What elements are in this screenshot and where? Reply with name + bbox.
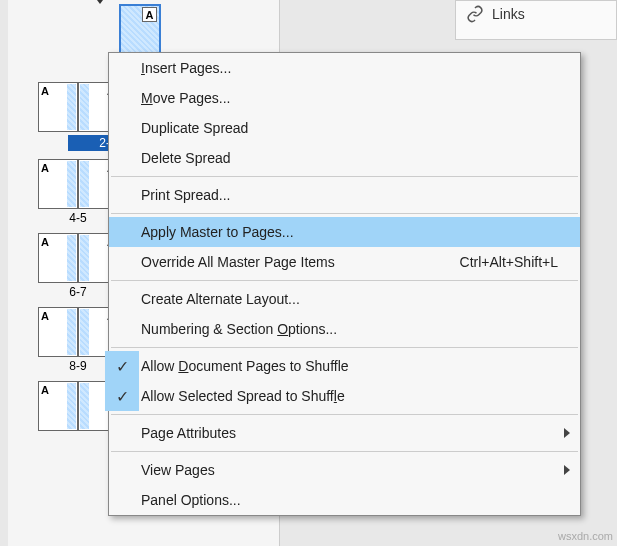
menu-separator [111,347,578,348]
master-badge: A [142,7,157,22]
menu-separator [111,451,578,452]
menu-separator [111,280,578,281]
menu-view-pages[interactable]: View Pages [109,455,580,485]
context-menu: Insert Pages... Move Pages... Duplicate … [108,52,581,516]
menu-apply-master[interactable]: Apply Master to Pages... [109,217,580,247]
menu-move-pages[interactable]: Move Pages... [109,83,580,113]
check-icon: ✓ [105,351,139,381]
spread-1[interactable]: A [78,4,160,56]
menu-allow-doc-shuffle[interactable]: ✓Allow Document Pages to Shuffle [109,351,580,381]
menu-override-master[interactable]: Override All Master Page ItemsCtrl+Alt+S… [109,247,580,277]
page-label-4-5: 4-5 [38,211,118,225]
watermark: wsxdn.com [558,530,613,542]
menu-separator [111,213,578,214]
submenu-arrow-icon [564,465,570,475]
menu-insert-pages[interactable]: Insert Pages... [109,53,580,83]
check-icon: ✓ [105,381,139,411]
menu-separator [111,176,578,177]
menu-create-alternate[interactable]: Create Alternate Layout... [109,284,580,314]
page-label-6-7: 6-7 [38,285,118,299]
page-thumb-1[interactable]: A [120,4,160,54]
links-icon [466,5,484,23]
menu-panel-options[interactable]: Panel Options... [109,485,580,515]
menu-print-spread[interactable]: Print Spread... [109,180,580,210]
menu-page-attributes[interactable]: Page Attributes [109,418,580,448]
menu-numbering-options[interactable]: Numbering & Section Options... [109,314,580,344]
links-title: Links [492,6,525,22]
menu-separator [111,414,578,415]
links-panel[interactable]: Links [455,0,617,40]
menu-allow-spread-shuffle[interactable]: ✓Allow Selected Spread to Shuffle [109,381,580,411]
submenu-arrow-icon [564,428,570,438]
menu-duplicate-spread[interactable]: Duplicate Spread [109,113,580,143]
menu-delete-spread[interactable]: Delete Spread [109,143,580,173]
